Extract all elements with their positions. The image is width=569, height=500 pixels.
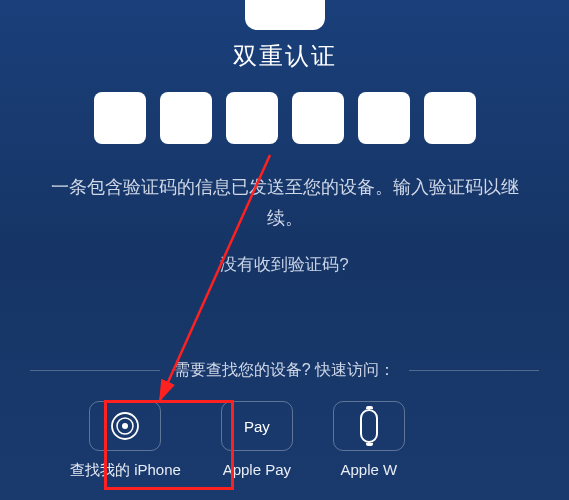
apple-pay-icon: Pay — [244, 418, 270, 435]
instruction-message: 一条包含验证码的信息已发送至您的设备。输入验证码以继续。 — [0, 172, 569, 233]
quick-access-title: 需要查找您的设备? 快速访问： — [160, 360, 409, 381]
code-digit-3[interactable] — [226, 92, 278, 144]
page-title: 双重认证 — [233, 40, 337, 72]
svg-point-2 — [122, 423, 128, 429]
verification-code-group — [94, 92, 476, 144]
find-my-iphone-button[interactable]: 查找我的 iPhone — [70, 401, 181, 480]
find-my-iphone-label: 查找我的 iPhone — [70, 461, 181, 480]
quick-access-section: 需要查找您的设备? 快速访问： 查找我的 iPhone Pay Apple Pa… — [0, 344, 569, 500]
watch-icon — [360, 409, 378, 443]
resend-code-link[interactable]: 没有收到验证码? — [220, 253, 348, 276]
divider-line-left — [30, 370, 160, 371]
code-digit-5[interactable] — [358, 92, 410, 144]
code-digit-6[interactable] — [424, 92, 476, 144]
top-notch-shape — [245, 0, 325, 30]
apple-pay-label: Apple Pay — [223, 461, 291, 478]
radar-icon — [110, 411, 140, 441]
code-digit-4[interactable] — [292, 92, 344, 144]
apple-pay-button[interactable]: Pay Apple Pay — [221, 401, 293, 480]
apple-watch-label: Apple W — [341, 461, 398, 478]
apple-watch-button[interactable]: Apple W — [333, 401, 405, 480]
divider-line-right — [409, 370, 539, 371]
code-digit-1[interactable] — [94, 92, 146, 144]
code-digit-2[interactable] — [160, 92, 212, 144]
